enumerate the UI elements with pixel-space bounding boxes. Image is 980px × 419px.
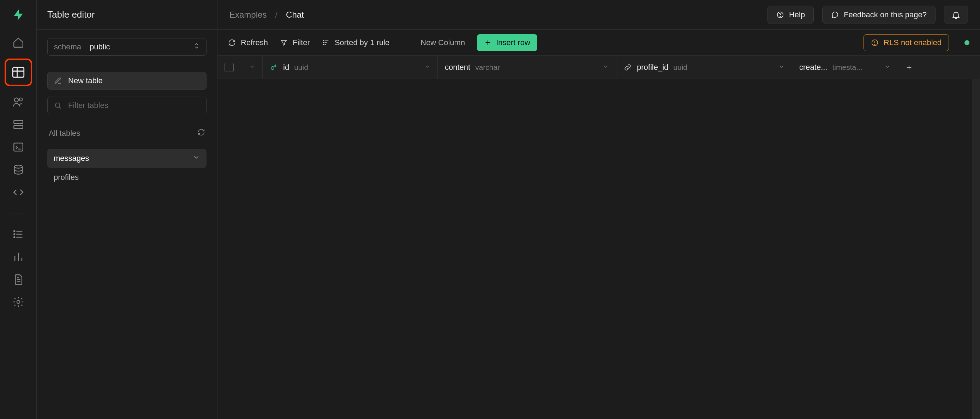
storage-icon[interactable] <box>12 118 25 131</box>
main-area: Examples / Chat Help Feedback on this pa… <box>218 0 980 419</box>
table-body-empty <box>218 79 980 419</box>
breadcrumb-chat[interactable]: Chat <box>286 10 304 20</box>
filter-label: Filter <box>293 38 310 47</box>
table-item-messages[interactable]: messages <box>47 149 207 168</box>
row-menu-icon[interactable] <box>249 63 255 72</box>
svg-point-15 <box>323 42 324 43</box>
column-header-created[interactable]: create... timesta... <box>792 56 898 79</box>
schema-label: schema <box>54 42 81 51</box>
svg-point-8 <box>14 234 15 235</box>
table-name: messages <box>54 154 89 163</box>
sort-label: Sorted by 1 rule <box>335 38 390 47</box>
column-type: uuid <box>294 63 308 71</box>
table-toolbar: Refresh Filter Sorted by 1 rule New Colu… <box>218 30 980 56</box>
column-header-profile-id[interactable]: profile_id uuid <box>616 56 792 79</box>
table-name: profiles <box>54 173 79 182</box>
top-bar: Examples / Chat Help Feedback on this pa… <box>218 0 980 30</box>
svg-rect-4 <box>14 125 23 129</box>
primary-key-icon <box>270 63 278 71</box>
filter-tables-input[interactable] <box>68 101 200 110</box>
settings-icon[interactable] <box>12 295 25 309</box>
chevron-down-icon[interactable] <box>603 63 609 72</box>
svg-point-2 <box>19 98 22 101</box>
svg-point-13 <box>780 16 780 16</box>
svg-point-9 <box>14 236 15 238</box>
svg-point-14 <box>323 40 324 41</box>
svg-point-1 <box>14 98 18 102</box>
chevron-down-icon[interactable] <box>424 63 430 72</box>
home-icon[interactable] <box>12 36 25 49</box>
svg-point-6 <box>14 165 22 168</box>
svg-point-7 <box>14 231 15 232</box>
all-tables-label: All tables <box>49 129 80 138</box>
column-type: timesta... <box>832 63 862 71</box>
list-icon[interactable] <box>12 227 25 241</box>
column-name: content <box>445 63 470 72</box>
svg-point-16 <box>323 44 324 45</box>
rls-warning-button[interactable]: RLS not enabled <box>864 34 949 51</box>
column-header-id[interactable]: id uuid <box>262 56 438 79</box>
refresh-button[interactable]: Refresh <box>228 38 268 47</box>
column-type: uuid <box>673 63 687 71</box>
svg-point-11 <box>56 103 60 108</box>
help-button[interactable]: Help <box>767 6 814 24</box>
schema-select[interactable]: schema public <box>47 38 207 56</box>
page-title: Table editor <box>37 0 217 30</box>
filter-button[interactable]: Filter <box>280 38 310 47</box>
sidebar-panel: Table editor schema public New table All… <box>37 0 218 419</box>
plus-icon <box>905 63 913 71</box>
select-updown-icon <box>193 42 200 52</box>
rls-label: RLS not enabled <box>884 38 942 47</box>
reports-icon[interactable] <box>12 250 25 263</box>
new-table-button[interactable]: New table <box>47 72 207 90</box>
breadcrumb-examples[interactable]: Examples <box>229 10 267 20</box>
new-column-label: New Column <box>420 38 465 47</box>
table-item-profiles[interactable]: profiles <box>47 168 207 187</box>
realtime-status-dot[interactable] <box>964 40 969 45</box>
chevron-down-icon[interactable] <box>885 63 891 72</box>
column-name: id <box>283 63 289 72</box>
refresh-tables-icon[interactable] <box>197 129 205 138</box>
svg-rect-3 <box>14 121 23 124</box>
column-name: profile_id <box>637 63 668 72</box>
select-all-cell[interactable] <box>218 56 262 79</box>
svg-point-10 <box>17 300 20 304</box>
column-header-content[interactable]: content varchar <box>438 56 616 79</box>
insert-row-label: Insert row <box>496 38 530 47</box>
schema-value: public <box>90 42 110 51</box>
table-list: messages profiles <box>44 149 210 187</box>
insert-row-button[interactable]: Insert row <box>477 34 537 51</box>
add-column-cell[interactable] <box>898 56 980 79</box>
chevron-down-icon[interactable] <box>778 63 785 72</box>
sql-editor-icon[interactable] <box>12 140 25 154</box>
breadcrumb-sep: / <box>275 10 277 20</box>
feedback-button[interactable]: Feedback on this page? <box>822 6 935 24</box>
chevron-down-icon[interactable] <box>192 154 200 163</box>
help-label: Help <box>789 10 805 19</box>
column-header-row: id uuid content varchar profile_id uuid … <box>218 56 980 79</box>
supabase-logo[interactable] <box>11 8 25 22</box>
new-column-button[interactable]: New Column <box>420 38 465 47</box>
api-icon[interactable] <box>12 186 25 199</box>
nav-rail <box>0 0 37 419</box>
notifications-button[interactable] <box>944 6 968 24</box>
column-type: varchar <box>475 63 500 71</box>
svg-rect-5 <box>14 143 23 151</box>
auth-icon[interactable] <box>12 95 25 109</box>
column-name: create... <box>799 63 827 72</box>
refresh-label: Refresh <box>241 38 268 47</box>
filter-tables-field[interactable] <box>47 97 207 114</box>
database-icon[interactable] <box>12 163 25 176</box>
svg-rect-0 <box>13 67 24 77</box>
docs-icon[interactable] <box>12 273 25 286</box>
new-table-label: New table <box>68 76 103 85</box>
svg-point-19 <box>271 67 274 70</box>
sort-button[interactable]: Sorted by 1 rule <box>322 38 390 47</box>
foreign-key-icon <box>624 63 632 71</box>
feedback-label: Feedback on this page? <box>844 10 927 19</box>
table-editor-icon[interactable] <box>5 59 32 86</box>
select-all-checkbox[interactable] <box>224 63 234 72</box>
